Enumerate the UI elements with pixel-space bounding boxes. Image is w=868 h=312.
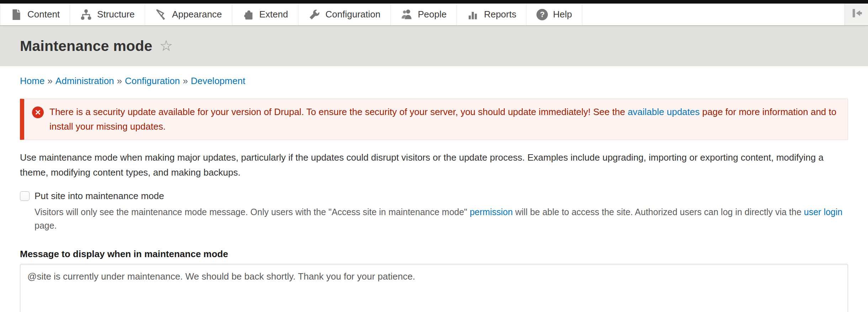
breadcrumb-link-development[interactable]: Development (191, 76, 245, 86)
toolbar-item-label: Content (27, 9, 60, 20)
page-header: Maintenance mode ☆ (0, 26, 868, 66)
toolbar-item-label: Help (553, 9, 572, 20)
question-icon: ? (536, 9, 548, 20)
toolbar-item-help[interactable]: ? Help (526, 4, 582, 25)
error-message-box: ✕ There is a security update available f… (20, 99, 848, 140)
wrench-icon (308, 9, 321, 21)
toolbar-item-label: Appearance (172, 9, 222, 20)
toolbar-item-label: Structure (97, 9, 135, 20)
puzzle-icon (242, 9, 254, 21)
description-part3: page. (35, 220, 57, 230)
breadcrumb: Home»Administration»Configuration»Develo… (20, 76, 848, 87)
breadcrumb-link-configuration[interactable]: Configuration (125, 76, 180, 86)
available-updates-link[interactable]: available updates (628, 106, 699, 117)
page-title: Maintenance mode (20, 38, 152, 54)
intro-text: Use maintenance mode when making major u… (20, 150, 848, 180)
maintenance-mode-checkbox-row[interactable]: Put site into maintenance mode (20, 191, 848, 202)
maintenance-message-textarea[interactable]: @site is currently under maintenance. We… (20, 264, 848, 312)
toolbar-item-label: Configuration (326, 9, 381, 20)
people-icon (401, 9, 413, 21)
collapse-left-icon (850, 7, 863, 22)
toolbar-item-structure[interactable]: Structure (70, 4, 145, 25)
error-text-before: There is a security update available for… (49, 106, 628, 117)
toolbar-item-extend[interactable]: Extend (232, 4, 298, 25)
toolbar-item-people[interactable]: People (391, 4, 457, 25)
error-message-text: There is a security update available for… (49, 105, 837, 134)
message-field-label: Message to display when in maintenance m… (20, 249, 848, 260)
permission-link[interactable]: permission (470, 207, 513, 217)
star-outline-icon[interactable]: ☆ (159, 38, 173, 53)
description-part1: Visitors will only see the maintenance m… (35, 207, 470, 217)
paintbrush-icon (155, 9, 167, 21)
sitemap-icon (80, 9, 92, 21)
maintenance-mode-checkbox-label[interactable]: Put site into maintenance mode (35, 191, 164, 202)
toolbar-item-appearance[interactable]: Appearance (145, 4, 232, 25)
maintenance-mode-checkbox[interactable] (20, 191, 30, 201)
toolbar-item-label: Extend (259, 9, 288, 20)
toolbar-item-reports[interactable]: Reports (457, 4, 526, 25)
toolbar-item-label: Reports (484, 9, 516, 20)
main-content: Home»Administration»Configuration»Develo… (0, 76, 868, 312)
breadcrumb-link-administration[interactable]: Administration (55, 76, 114, 86)
user-login-link[interactable]: user login (804, 207, 842, 217)
file-icon (10, 9, 22, 21)
toolbar-orientation-toggle[interactable] (845, 4, 868, 25)
toolbar-item-label: People (418, 9, 446, 20)
maintenance-mode-description: Visitors will only see the maintenance m… (35, 205, 848, 232)
toolbar-spacer (582, 4, 845, 25)
admin-toolbar: Content Structure Appearance Extend Conf… (0, 4, 868, 26)
breadcrumb-separator: » (183, 76, 188, 86)
toolbar-item-configuration[interactable]: Configuration (298, 4, 391, 25)
bar-chart-icon (467, 9, 479, 21)
breadcrumb-separator: » (117, 76, 122, 86)
breadcrumb-link-home[interactable]: Home (20, 76, 44, 86)
description-part2: will be able to access the site. Authori… (513, 207, 804, 217)
error-icon: ✕ (32, 106, 44, 118)
top-black-bar (0, 0, 868, 4)
breadcrumb-separator: » (47, 76, 52, 86)
toolbar-item-content[interactable]: Content (0, 4, 70, 25)
